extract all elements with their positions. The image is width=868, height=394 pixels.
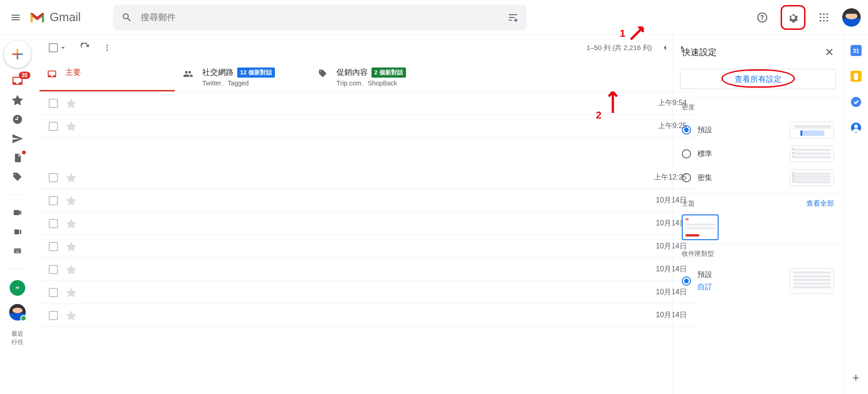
section-title: 收件匣類型 xyxy=(682,250,834,258)
settings-highlight xyxy=(781,5,805,30)
main-area: 1–50 列 (共 2,216 列) 主要 社交網路12 個新對話 Twitte… xyxy=(40,35,696,394)
divider xyxy=(7,195,28,195)
tune-icon[interactable] xyxy=(508,12,519,23)
people-icon xyxy=(182,69,194,79)
radio-icon[interactable] xyxy=(682,276,691,286)
row-checkbox[interactable] xyxy=(49,99,58,108)
tasks-app-icon[interactable] xyxy=(851,96,862,107)
sidebar-meet[interactable] xyxy=(11,206,24,219)
theme-section: 主題 查看全部 xyxy=(673,193,843,244)
row-checkbox[interactable] xyxy=(49,242,58,251)
row-checkbox[interactable] xyxy=(49,219,58,228)
close-button[interactable]: ✕ xyxy=(825,46,834,59)
category-tabs: 主要 社交網路12 個新對話 Twitter、Tagged 促銷內容2 個新對話… xyxy=(40,61,696,92)
sidebar-drafts[interactable] xyxy=(11,152,24,164)
contacts-app-icon[interactable] xyxy=(851,122,862,133)
sidebar-meet-join[interactable] xyxy=(11,225,24,238)
star-icon[interactable] xyxy=(66,121,76,131)
gmail-logo[interactable]: Gmail xyxy=(29,10,81,24)
row-checkbox[interactable] xyxy=(49,288,58,297)
sidebar-snoozed[interactable] xyxy=(11,113,24,126)
row-checkbox[interactable] xyxy=(49,173,58,182)
apps-button[interactable] xyxy=(814,7,834,28)
svg-rect-13 xyxy=(19,249,20,250)
svg-rect-12 xyxy=(18,249,19,250)
settings-button[interactable] xyxy=(783,7,803,28)
star-icon[interactable] xyxy=(66,242,76,252)
svg-point-0 xyxy=(820,13,822,15)
refresh-button[interactable] xyxy=(80,43,90,53)
radio-icon[interactable] xyxy=(682,173,691,182)
keep-app-icon[interactable] xyxy=(851,71,862,82)
inbox-type-preview xyxy=(790,268,834,294)
more-button[interactable] xyxy=(103,43,111,53)
density-default[interactable]: 預設 xyxy=(682,118,834,142)
calendar-app-icon[interactable]: 31 xyxy=(851,45,862,56)
svg-point-7 xyxy=(823,20,825,22)
message-row[interactable]: 上午9:54 xyxy=(40,92,696,115)
prev-page-button[interactable] xyxy=(660,43,669,52)
quick-settings-title: 快速設定 xyxy=(682,46,717,58)
add-app-button[interactable]: + xyxy=(852,371,859,385)
message-row[interactable]: 10月14日 xyxy=(40,212,696,235)
radio-icon[interactable] xyxy=(682,149,691,158)
density-standard[interactable]: 標準 xyxy=(682,142,834,166)
sidebar-starred[interactable] xyxy=(11,94,24,107)
svg-point-8 xyxy=(827,20,828,22)
sidebar-keyboard[interactable] xyxy=(11,245,24,258)
sidebar-sent[interactable] xyxy=(11,132,24,145)
sidebar-categories[interactable] xyxy=(11,171,24,184)
view-all-settings-button[interactable]: 查看所有設定 xyxy=(680,69,836,89)
star-icon[interactable] xyxy=(66,196,76,206)
svg-point-22 xyxy=(854,73,858,78)
star-icon[interactable] xyxy=(66,265,76,275)
tab-badge: 12 個新對話 xyxy=(237,68,275,78)
menu-icon[interactable] xyxy=(10,12,21,23)
message-row[interactable]: 10月14日 xyxy=(40,235,696,258)
tab-social[interactable]: 社交網路12 個新對話 Twitter、Tagged xyxy=(175,61,310,91)
theme-view-all-link[interactable]: 查看全部 xyxy=(806,199,834,208)
message-row[interactable]: 上午12:25 xyxy=(40,166,696,189)
star-icon[interactable] xyxy=(66,219,76,229)
customize-link[interactable]: 自訂 xyxy=(697,282,712,292)
message-row[interactable]: 10月14日 xyxy=(40,258,696,281)
gmail-wordmark: Gmail xyxy=(50,10,81,24)
density-compact[interactable]: 密集 xyxy=(682,166,834,190)
compose-button[interactable] xyxy=(4,40,31,68)
radio-icon[interactable] xyxy=(682,125,691,135)
star-icon[interactable] xyxy=(66,310,76,321)
message-row[interactable]: 10月14日 xyxy=(40,189,696,212)
sidebar-hangouts[interactable] xyxy=(10,280,25,296)
tab-badge: 2 個新對話 xyxy=(371,68,406,78)
inbox-type-default[interactable]: 預設 自訂 xyxy=(682,265,834,298)
tab-promotions[interactable]: 促銷內容2 個新對話 Trip.com、ShopBack xyxy=(310,61,445,91)
select-all-checkbox[interactable] xyxy=(49,43,58,52)
option-label: 密集 xyxy=(697,173,712,183)
row-checkbox[interactable] xyxy=(49,196,58,205)
theme-option-default[interactable] xyxy=(682,214,719,240)
tab-primary[interactable]: 主要 xyxy=(40,61,175,91)
search-input[interactable] xyxy=(141,12,508,23)
sidebar-inbox[interactable]: 35 xyxy=(11,74,24,87)
message-row[interactable]: 10月14日 xyxy=(40,281,696,304)
sidebar-chat-avatar[interactable] xyxy=(9,304,26,321)
svg-rect-9 xyxy=(14,248,21,253)
star-icon[interactable] xyxy=(66,98,76,108)
help-button[interactable] xyxy=(752,7,772,28)
message-row[interactable]: 上午9:25 xyxy=(40,115,696,138)
message-row[interactable]: 10月14日 xyxy=(40,304,696,327)
svg-point-3 xyxy=(820,17,822,18)
star-icon[interactable] xyxy=(66,173,76,183)
density-preview-default xyxy=(790,122,834,138)
inbox-badge: 35 xyxy=(19,72,30,79)
select-dropdown-icon[interactable] xyxy=(59,44,67,52)
tab-sublabel: Twitter、Tagged xyxy=(202,79,275,88)
row-checkbox[interactable] xyxy=(49,122,58,131)
row-checkbox[interactable] xyxy=(49,265,58,274)
star-icon[interactable] xyxy=(66,287,76,298)
option-label: 標準 xyxy=(697,149,712,159)
svg-text:31: 31 xyxy=(853,48,859,54)
account-avatar[interactable] xyxy=(842,8,861,27)
row-checkbox[interactable] xyxy=(49,311,58,320)
search-box[interactable] xyxy=(113,5,527,30)
